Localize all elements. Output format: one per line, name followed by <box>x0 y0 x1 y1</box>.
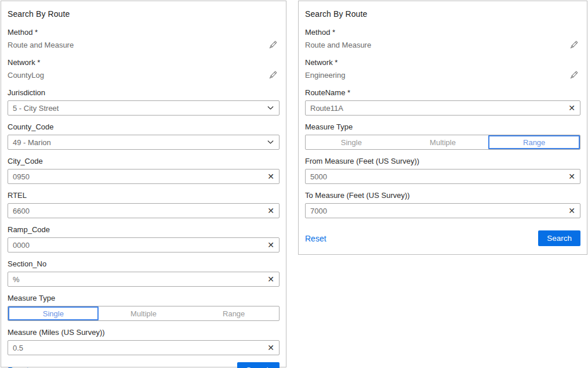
panel-title: Search By Route <box>8 9 280 19</box>
clear-x-icon[interactable]: ✕ <box>568 104 575 112</box>
page: Search By Route Method * Route and Measu… <box>0 0 588 368</box>
field-value: CountyLog <box>8 71 44 80</box>
text-input-from-measure-feet-us-survey[interactable] <box>306 169 580 183</box>
field-value-row: Route and Measure <box>305 40 580 50</box>
reset-link[interactable]: Reset <box>305 234 326 243</box>
clear-x-icon[interactable]: ✕ <box>267 172 274 181</box>
field-measure-type: Measure Type SingleMultipleRange <box>8 294 280 321</box>
clear-x-icon[interactable]: ✕ <box>568 207 575 215</box>
text-input-wrap: ✕ <box>8 203 280 218</box>
field-to-measure-feet-us-survey: To Measure (Feet (US Survey)) ✕ <box>305 191 580 218</box>
field-method: Method * Route and Measure <box>8 28 280 50</box>
field-label: To Measure (Feet (US Survey)) <box>305 191 580 200</box>
field-ramp-code: Ramp_Code ✕ <box>8 225 280 252</box>
text-input-city-code[interactable] <box>8 169 279 183</box>
text-input-wrap: ✕ <box>305 100 580 116</box>
panel-footer: Reset Search <box>8 362 280 368</box>
dropdown-selected-value: 49 - Marion <box>13 138 51 147</box>
field-label: RouteName * <box>305 88 580 97</box>
field-label: City_Code <box>8 157 280 165</box>
chevron-down-icon <box>267 106 274 110</box>
segment-single[interactable]: Single <box>306 135 397 149</box>
field-measure-miles-us-survey: Measure (Miles (US Survey)) ✕ <box>8 328 280 355</box>
field-label: Network * <box>305 58 580 67</box>
chevron-down-icon <box>267 140 274 145</box>
edit-pencil-icon[interactable] <box>569 70 579 80</box>
field-label: Method * <box>8 28 280 37</box>
text-input-wrap: ✕ <box>8 272 280 287</box>
field-value: Route and Measure <box>305 41 371 50</box>
fields-container: Method * Route and Measure Network * Eng… <box>305 28 580 225</box>
edit-pencil-icon[interactable] <box>268 70 278 80</box>
search-by-route-panel: Search By Route Method * Route and Measu… <box>298 1 587 255</box>
edit-pencil-icon[interactable] <box>268 40 278 50</box>
field-label: Section_No <box>8 259 280 268</box>
field-label: Measure (Miles (US Survey)) <box>8 328 280 337</box>
panel-footer: Reset Search <box>305 230 580 247</box>
field-section-no: Section_No ✕ <box>8 259 280 287</box>
field-measure-type: Measure Type SingleMultipleRange <box>305 122 580 150</box>
field-label: County_Code <box>8 122 280 131</box>
clear-x-icon[interactable]: ✕ <box>267 207 274 215</box>
field-label: From Measure (Feet (US Survey)) <box>305 157 580 165</box>
text-input-wrap: ✕ <box>8 237 280 252</box>
edit-pencil-icon[interactable] <box>569 40 579 50</box>
field-jurisdiction: Jurisdiction 5 - City Street <box>8 88 280 116</box>
field-value-row: CountyLog <box>8 70 280 80</box>
panel-title: Search By Route <box>305 9 580 19</box>
field-value: Engineering <box>305 71 345 80</box>
text-input-routename[interactable] <box>306 101 580 115</box>
field-rtel: RTEL ✕ <box>8 191 280 218</box>
segmented-control: SingleMultipleRange <box>305 135 580 150</box>
text-input-to-measure-feet-us-survey[interactable] <box>306 204 580 218</box>
field-value-row: Engineering <box>305 70 580 80</box>
dropdown-county-code[interactable]: 49 - Marion <box>8 135 280 150</box>
field-label: Network * <box>8 58 280 67</box>
clear-x-icon[interactable]: ✕ <box>267 344 274 352</box>
segmented-control: SingleMultipleRange <box>8 306 280 321</box>
field-label: Measure Type <box>305 122 580 131</box>
field-city-code: City_Code ✕ <box>8 157 280 184</box>
segment-single[interactable]: Single <box>8 306 99 320</box>
text-input-wrap: ✕ <box>8 340 280 355</box>
text-input-ramp-code[interactable] <box>8 238 279 252</box>
field-label: Method * <box>305 28 580 37</box>
field-county-code: County_Code 49 - Marion <box>8 122 280 150</box>
clear-x-icon[interactable]: ✕ <box>267 275 274 283</box>
field-label: Measure Type <box>8 294 280 302</box>
fields-container: Method * Route and Measure Network * Cou… <box>8 28 280 362</box>
field-routename: RouteName * ✕ <box>305 88 580 116</box>
dropdown-jurisdiction[interactable]: 5 - City Street <box>8 100 280 116</box>
reset-link[interactable]: Reset <box>8 366 29 368</box>
segment-multiple[interactable]: Multiple <box>99 306 189 320</box>
dropdown-selected-value: 5 - City Street <box>13 104 59 113</box>
text-input-wrap: ✕ <box>305 169 580 184</box>
clear-x-icon[interactable]: ✕ <box>568 172 575 181</box>
segment-range[interactable]: Range <box>488 135 580 149</box>
search-by-route-panel: Search By Route Method * Route and Measu… <box>1 1 286 367</box>
segment-multiple[interactable]: Multiple <box>397 135 489 149</box>
text-input-wrap: ✕ <box>305 203 580 218</box>
text-input-wrap: ✕ <box>8 169 280 184</box>
field-network: Network * CountyLog <box>8 58 280 80</box>
field-value-row: Route and Measure <box>8 40 280 50</box>
field-label: Jurisdiction <box>8 88 280 97</box>
field-network: Network * Engineering <box>305 58 580 80</box>
field-value: Route and Measure <box>8 41 74 50</box>
text-input-rtel[interactable] <box>8 204 279 218</box>
field-method: Method * Route and Measure <box>305 28 580 50</box>
search-button[interactable]: Search <box>538 230 580 246</box>
search-button[interactable]: Search <box>237 362 280 368</box>
text-input-measure-miles-us-survey[interactable] <box>8 341 279 355</box>
field-from-measure-feet-us-survey: From Measure (Feet (US Survey)) ✕ <box>305 157 580 184</box>
field-label: Ramp_Code <box>8 225 280 234</box>
clear-x-icon[interactable]: ✕ <box>267 241 274 249</box>
text-input-section-no[interactable] <box>8 272 279 286</box>
field-label: RTEL <box>8 191 280 200</box>
segment-range[interactable]: Range <box>188 306 279 320</box>
